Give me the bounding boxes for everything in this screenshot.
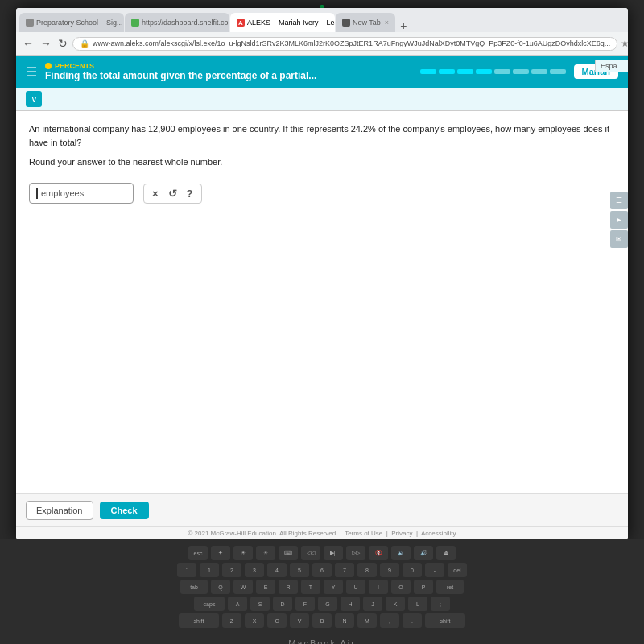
problem-text: An international company has 12,900 empl… [29, 122, 615, 149]
aleks-sub-header: ∨ [16, 88, 628, 111]
key-q: Q [211, 580, 230, 594]
key-backtick: ` [177, 563, 196, 577]
tab-label-aleks: ALEKS – Mariah Ivery – Learn [247, 19, 335, 27]
tab-label-preparatory: Preparatory School – Sig... [36, 19, 123, 27]
key-f4: ⌨ [279, 546, 298, 560]
expand-arrow-button[interactable]: ∨ [26, 91, 42, 107]
laptop-frame: Preparatory School – Sig... × https://da… [0, 0, 644, 644]
sidebar-tool-1[interactable]: ☰ [610, 192, 628, 209]
key-l: L [408, 597, 427, 611]
progress-seg-3 [457, 69, 473, 74]
lock-icon: 🔒 [80, 39, 89, 48]
tab-favicon-newtab [342, 19, 350, 27]
key-tab: tab [180, 580, 208, 594]
answer-input-label: employees [41, 188, 84, 198]
key-9: 9 [380, 563, 399, 577]
sidebar-tool-2[interactable]: ► [610, 211, 628, 229]
key-esc: esc [188, 546, 208, 560]
answer-input-container[interactable]: employees [29, 183, 134, 204]
key-0: 0 [402, 563, 422, 577]
address-url: www-awn.aleks.com/alekscgi/x/lsl.exe/1o_… [93, 39, 610, 47]
brand-label: MacBook Air [288, 638, 356, 644]
progress-seg-4 [476, 69, 492, 74]
key-u: U [346, 580, 365, 594]
tab-newtab[interactable]: New Tab × [336, 13, 395, 32]
back-button[interactable]: ← [21, 35, 35, 52]
espanol-label[interactable]: Espa... [595, 60, 628, 72]
refresh-button[interactable]: ↻ [56, 35, 69, 52]
progress-seg-7 [531, 69, 547, 74]
accessibility-link[interactable]: Accessibility [421, 530, 456, 537]
forward-button[interactable]: → [39, 35, 53, 52]
address-bar[interactable]: 🔒 www-awn.aleks.com/alekscgi/x/lsl.exe/1… [72, 37, 617, 51]
header-title-area: PERCENTS Finding the total amount given … [45, 62, 316, 81]
key-caps: caps [194, 597, 225, 611]
check-button[interactable]: Check [100, 502, 149, 519]
keyboard-row-3: tab Q W E R T Y U I O P ret [180, 580, 464, 594]
tab-label-newtab: New Tab [353, 19, 381, 27]
key-2: 2 [222, 563, 242, 577]
tab-aleks[interactable]: A ALEKS – Mariah Ivery – Learn × [230, 13, 335, 32]
key-n: N [335, 613, 354, 628]
key-1: 1 [200, 563, 219, 577]
sidebar-tool-3[interactable]: ✉ [610, 230, 628, 248]
key-c: C [267, 613, 287, 628]
key-shift-l: shift [179, 613, 219, 628]
key-d: D [273, 597, 292, 611]
key-shift-r: shift [425, 613, 465, 628]
aleks-header-left: ☰ PERCENTS Finding the total amount give… [26, 62, 316, 81]
key-t: T [301, 580, 320, 594]
key-e: E [256, 580, 275, 594]
cursor-indicator [36, 188, 38, 199]
key-minus: - [425, 563, 444, 577]
explanation-button[interactable]: Explanation [26, 501, 93, 520]
key-f1: ✦ [211, 546, 230, 560]
screen-area: Preparatory School – Sig... × https://da… [16, 8, 628, 539]
browser-chrome: Preparatory School – Sig... × https://da… [16, 8, 628, 56]
right-sidebar: ☰ ► ✉ [610, 192, 628, 248]
key-8: 8 [357, 563, 377, 577]
progress-seg-8 [550, 69, 566, 74]
bookmark-icon[interactable]: ★ [621, 38, 628, 49]
undo-tool[interactable]: ↺ [168, 188, 177, 200]
footer-buttons: Explanation Check [16, 494, 628, 526]
tab-preparatory[interactable]: Preparatory School – Sig... × [19, 13, 124, 32]
key-f9: 🔉 [391, 546, 411, 560]
tab-bar: Preparatory School – Sig... × https://da… [16, 8, 628, 32]
key-k: K [386, 597, 405, 611]
key-del: del [448, 563, 467, 577]
key-f10: 🔊 [414, 546, 433, 560]
key-4: 4 [267, 563, 287, 577]
key-a: A [228, 597, 247, 611]
key-j: J [363, 597, 382, 611]
key-semi: ; [431, 597, 450, 611]
progress-seg-2 [439, 69, 455, 74]
key-p: P [414, 580, 433, 594]
keyboard-row-1: esc ✦ ☀ ☀ ⌨ ◁◁ ▶|| ▷▷ 🔇 🔉 🔊 ⏏ [188, 546, 456, 560]
privacy-link[interactable]: Privacy [391, 530, 412, 537]
key-v: V [290, 613, 309, 628]
topic-label: PERCENTS [55, 62, 94, 70]
tab-label-shelfit: https://dashboard.shelfit.com/... [142, 19, 229, 27]
problem-area: An international company has 12,900 empl… [16, 111, 628, 231]
key-g: G [318, 597, 337, 611]
key-return: ret [436, 580, 464, 594]
key-comma: , [380, 613, 399, 628]
hamburger-icon[interactable]: ☰ [26, 64, 37, 80]
multiply-tool[interactable]: × [152, 188, 159, 200]
key-i: I [369, 580, 388, 594]
aleks-header: ☰ PERCENTS Finding the total amount give… [16, 56, 628, 88]
tab-favicon-shelfit [131, 19, 139, 27]
key-s: S [250, 597, 270, 611]
key-7: 7 [335, 563, 354, 577]
tab-favicon-aleks: A [237, 19, 245, 27]
math-tools-container: × ↺ ? [143, 184, 202, 204]
tab-shelfit[interactable]: https://dashboard.shelfit.com/... × [125, 13, 229, 32]
keyboard-area: esc ✦ ☀ ☀ ⌨ ◁◁ ▶|| ▷▷ 🔇 🔉 🔊 ⏏ ` 1 2 3 4 … [0, 539, 644, 644]
keyboard-row-5: shift Z X C V B N M , . shift [179, 613, 465, 628]
tab-close-newtab[interactable]: × [385, 19, 389, 27]
progress-seg-1 [420, 69, 436, 74]
help-tool[interactable]: ? [187, 188, 193, 200]
new-tab-button[interactable]: + [396, 19, 411, 32]
terms-link[interactable]: Terms of Use [345, 530, 382, 537]
